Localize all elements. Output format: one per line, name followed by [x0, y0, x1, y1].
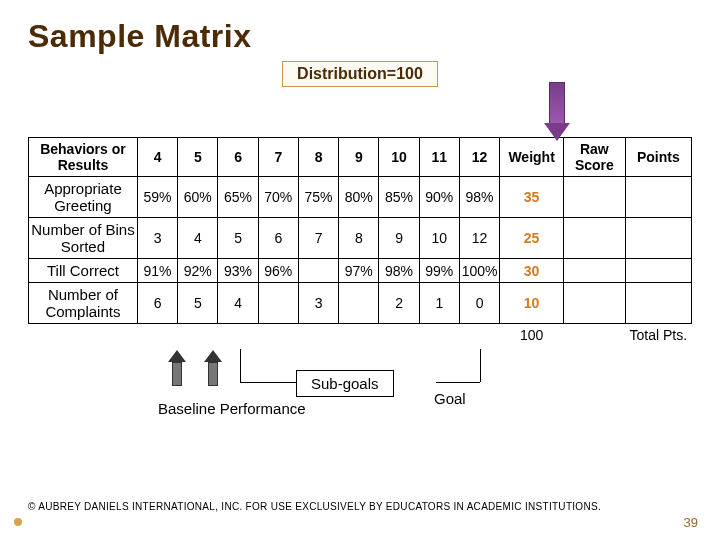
- matrix-cell: 1: [419, 283, 459, 324]
- matrix-cell: 80%: [339, 177, 379, 218]
- col-7: 7: [258, 138, 298, 177]
- points-cell: [625, 177, 691, 218]
- table-header-row: Behaviors or Results 4 5 6 7 8 9 10 11 1…: [29, 138, 692, 177]
- matrix-cell: 12: [459, 218, 499, 259]
- col-raw: Raw Score: [564, 138, 626, 177]
- matrix-cell: 0: [459, 283, 499, 324]
- page-number: 39: [684, 515, 698, 530]
- copyright-text: © AUBREY DANIELS INTERNATIONAL, INC. FOR…: [28, 501, 692, 512]
- matrix-cell: 92%: [178, 259, 218, 283]
- matrix-cell: 59%: [137, 177, 177, 218]
- points-cell: [625, 259, 691, 283]
- table-row: Number of Bins Sorted3456789101225: [29, 218, 692, 259]
- weight-cell: 25: [500, 218, 564, 259]
- matrix-cell: 65%: [218, 177, 258, 218]
- weight-cell: 10: [500, 283, 564, 324]
- distribution-callout: Distribution=100: [282, 61, 438, 87]
- col-behaviors: Behaviors or Results: [29, 138, 138, 177]
- col-10: 10: [379, 138, 419, 177]
- arrow-up-icon: [168, 350, 186, 386]
- matrix-cell: 75%: [298, 177, 338, 218]
- arrow-down-icon: [544, 82, 570, 142]
- page-title: Sample Matrix: [28, 18, 692, 55]
- matrix-cell: 8: [339, 218, 379, 259]
- col-weight: Weight: [500, 138, 564, 177]
- raw-score-cell: [564, 218, 626, 259]
- matrix-cell: 99%: [419, 259, 459, 283]
- raw-score-cell: [564, 259, 626, 283]
- table-row: Appropriate Greeting59%60%65%70%75%80%85…: [29, 177, 692, 218]
- row-label: Number of Complaints: [29, 283, 138, 324]
- matrix-table: Behaviors or Results 4 5 6 7 8 9 10 11 1…: [28, 137, 692, 346]
- col-points: Points: [625, 138, 691, 177]
- matrix-cell: [258, 283, 298, 324]
- weight-total: 100: [500, 324, 564, 347]
- matrix-cell: 98%: [459, 177, 499, 218]
- matrix-cell: 6: [258, 218, 298, 259]
- matrix-cell: 90%: [419, 177, 459, 218]
- matrix-cell: 100%: [459, 259, 499, 283]
- row-label: Number of Bins Sorted: [29, 218, 138, 259]
- matrix-cell: 3: [298, 283, 338, 324]
- raw-score-cell: [564, 177, 626, 218]
- weight-cell: 30: [500, 259, 564, 283]
- table-row: Till Correct91%92%93%96%97%98%99%100%30: [29, 259, 692, 283]
- connector-line: [240, 349, 241, 382]
- matrix-cell: 7: [298, 218, 338, 259]
- col-8: 8: [298, 138, 338, 177]
- col-11: 11: [419, 138, 459, 177]
- col-9: 9: [339, 138, 379, 177]
- table-row: Number of Complaints654321010: [29, 283, 692, 324]
- connector-line: [240, 382, 296, 383]
- total-points-label: Total Pts.: [625, 324, 691, 347]
- col-12: 12: [459, 138, 499, 177]
- matrix-cell: 9: [379, 218, 419, 259]
- connector-line: [480, 349, 481, 382]
- matrix-cell: [298, 259, 338, 283]
- matrix-cell: 97%: [339, 259, 379, 283]
- col-6: 6: [218, 138, 258, 177]
- points-cell: [625, 218, 691, 259]
- matrix-cell: 4: [178, 218, 218, 259]
- matrix-cell: 6: [137, 283, 177, 324]
- matrix-cell: 2: [379, 283, 419, 324]
- matrix-cell: 5: [218, 218, 258, 259]
- baseline-label: Baseline Performance: [158, 400, 306, 417]
- col-5: 5: [178, 138, 218, 177]
- matrix-cell: 93%: [218, 259, 258, 283]
- connector-line: [436, 382, 480, 383]
- matrix-cell: 60%: [178, 177, 218, 218]
- arrow-up-icon: [204, 350, 222, 386]
- raw-score-cell: [564, 283, 626, 324]
- subgoals-label: Sub-goals: [296, 370, 394, 397]
- matrix-cell: 4: [218, 283, 258, 324]
- matrix-cell: [339, 283, 379, 324]
- col-4: 4: [137, 138, 177, 177]
- matrix-cell: 98%: [379, 259, 419, 283]
- bullet-icon: [14, 518, 22, 526]
- matrix-cell: 10: [419, 218, 459, 259]
- matrix-cell: 5: [178, 283, 218, 324]
- goal-label: Goal: [434, 390, 466, 407]
- matrix-cell: 85%: [379, 177, 419, 218]
- matrix-cell: 3: [137, 218, 177, 259]
- row-label: Till Correct: [29, 259, 138, 283]
- matrix-cell: 91%: [137, 259, 177, 283]
- row-label: Appropriate Greeting: [29, 177, 138, 218]
- matrix-cell: 96%: [258, 259, 298, 283]
- points-cell: [625, 283, 691, 324]
- weight-cell: 35: [500, 177, 564, 218]
- matrix-cell: 70%: [258, 177, 298, 218]
